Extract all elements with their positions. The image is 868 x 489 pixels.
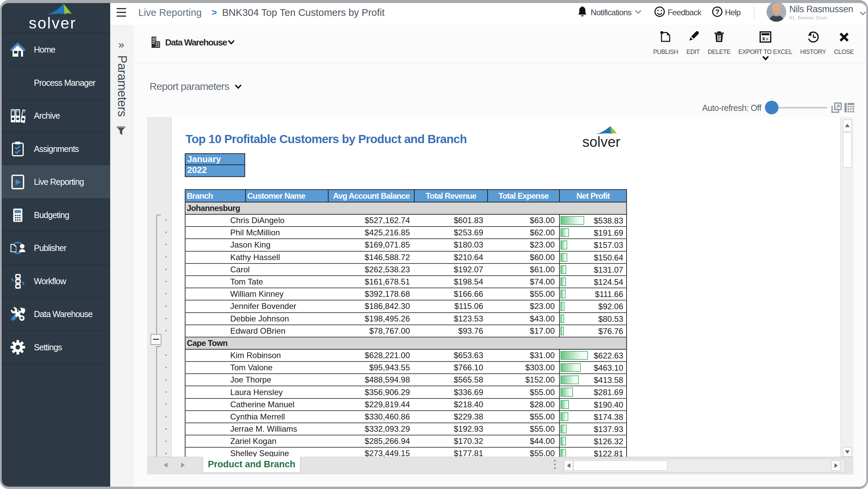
svg-text:?: ? bbox=[715, 8, 719, 16]
svg-text:x: x bbox=[762, 35, 765, 42]
